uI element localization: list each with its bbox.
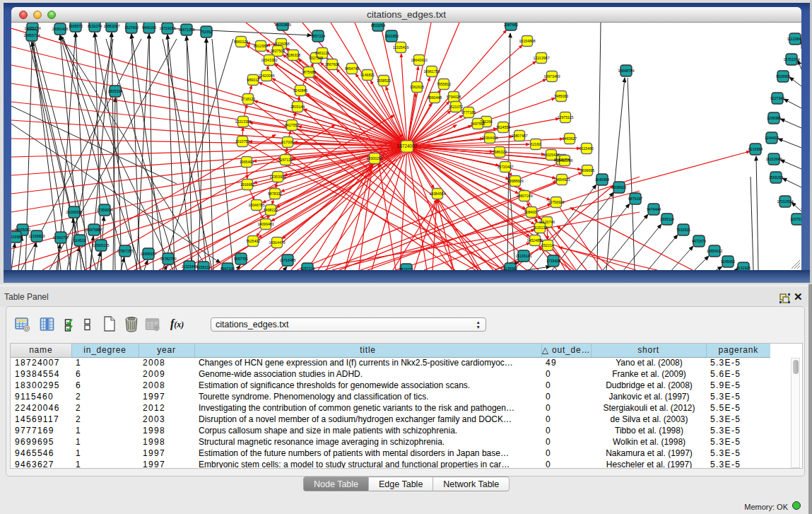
svg-text:12213369: 12213369	[235, 119, 251, 124]
svg-text:62160: 62160	[531, 142, 541, 146]
svg-text:16782759: 16782759	[160, 257, 176, 261]
svg-text:8471676: 8471676	[692, 239, 706, 243]
svg-text:3875685: 3875685	[302, 70, 316, 74]
svg-text:12342737: 12342737	[52, 235, 69, 240]
svg-text:17010504: 17010504	[777, 199, 793, 204]
svg-text:989012: 989012	[247, 78, 259, 82]
svg-text:18640910: 18640910	[411, 58, 427, 62]
svg-text:1921853: 1921853	[384, 34, 399, 38]
svg-text:6466160: 6466160	[142, 25, 156, 30]
svg-text:8813054: 8813054	[371, 23, 385, 28]
svg-text:10688609: 10688609	[507, 179, 523, 183]
svg-text:9245652: 9245652	[721, 259, 735, 264]
svg-text:7632621: 7632621	[676, 228, 690, 232]
svg-text:9329966: 9329966	[776, 74, 790, 78]
svg-text:9463627: 9463627	[563, 136, 577, 141]
svg-text:252214: 252214	[541, 243, 553, 247]
svg-text:9115460: 9115460	[579, 146, 594, 151]
svg-text:22420046: 22420046	[258, 74, 274, 78]
svg-text:9084007: 9084007	[524, 210, 539, 214]
svg-text:3624554: 3624554	[496, 125, 510, 129]
svg-text:16543382: 16543382	[261, 58, 277, 62]
svg-text:18724007: 18724007	[397, 144, 418, 148]
svg-text:9777169: 9777169	[461, 110, 476, 115]
svg-text:1615132: 1615132	[533, 226, 547, 230]
svg-text:8912954: 8912954	[254, 44, 268, 48]
svg-text:12975115: 12975115	[558, 115, 574, 119]
svg-text:16033809: 16033809	[274, 23, 290, 27]
svg-text:1558520: 1558520	[377, 78, 391, 83]
svg-text:7857224: 7857224	[311, 34, 325, 38]
svg-text:11120746: 11120746	[539, 220, 555, 224]
svg-text:16961758: 16961758	[423, 69, 440, 74]
svg-text:10958157: 10958157	[140, 252, 156, 256]
svg-text:8186328: 8186328	[286, 53, 300, 57]
svg-text:16914479: 16914479	[269, 240, 285, 245]
svg-text:8819271: 8819271	[399, 267, 413, 270]
svg-text:1362615: 1362615	[410, 85, 424, 89]
svg-text:2087682: 2087682	[504, 23, 518, 27]
svg-text:10973493: 10973493	[543, 74, 560, 78]
svg-text:917006: 917006	[281, 140, 293, 144]
svg-text:15226058: 15226058	[273, 42, 289, 46]
svg-text:9135582: 9135582	[503, 267, 517, 270]
svg-text:1244415: 1244415	[765, 136, 779, 140]
svg-text:1569293: 1569293	[769, 175, 783, 180]
svg-text:9657791: 9657791	[234, 257, 248, 261]
svg-text:16154808: 16154808	[519, 39, 535, 43]
svg-text:20364436: 20364436	[481, 136, 498, 140]
svg-text:9327505: 9327505	[309, 56, 323, 60]
svg-text:14099483: 14099483	[257, 222, 273, 226]
svg-text:12213967: 12213967	[533, 56, 549, 60]
svg-text:11123841: 11123841	[787, 37, 801, 41]
svg-text:1916682: 1916682	[240, 182, 254, 187]
svg-text:7955812: 7955812	[437, 82, 451, 86]
svg-text:14524851: 14524851	[526, 238, 543, 243]
svg-text:9699695: 9699695	[580, 168, 594, 173]
svg-text:8131074: 8131074	[88, 24, 102, 28]
svg-text:9474444: 9474444	[647, 207, 661, 211]
svg-text:11325419: 11325419	[393, 45, 409, 49]
svg-text:9146821: 9146821	[360, 73, 375, 77]
svg-text:15136141: 15136141	[515, 254, 531, 258]
svg-text:12156829: 12156829	[28, 234, 45, 238]
svg-text:114519: 114519	[74, 238, 86, 243]
svg-text:8938923: 8938923	[612, 185, 626, 189]
svg-text:1905572: 1905572	[69, 24, 83, 28]
svg-text:15751074: 15751074	[783, 57, 799, 62]
svg-text:2867608: 2867608	[325, 62, 339, 66]
svg-text:13353934: 13353934	[269, 175, 286, 179]
svg-text:751552: 751552	[200, 30, 212, 34]
svg-text:1257214: 1257214	[300, 267, 314, 270]
svg-text:3915584: 3915584	[11, 235, 23, 239]
svg-text:7625402: 7625402	[246, 239, 260, 243]
svg-text:8267130: 8267130	[278, 158, 293, 162]
svg-text:1527602: 1527602	[124, 25, 139, 30]
svg-text:12505135: 12505135	[93, 243, 109, 247]
svg-text:5498222: 5498222	[264, 208, 278, 212]
svg-text:1209385: 1209385	[767, 116, 781, 120]
svg-text:9227342: 9227342	[770, 96, 784, 100]
svg-text:17359934: 17359934	[96, 208, 112, 212]
svg-text:8667103: 8667103	[220, 267, 235, 270]
svg-text:14055724: 14055724	[24, 26, 40, 30]
svg-text:20206505: 20206505	[66, 210, 82, 214]
svg-text:19384554: 19384554	[429, 192, 445, 196]
svg-text:9242845: 9242845	[293, 88, 307, 93]
svg-text:10046785: 10046785	[248, 203, 264, 207]
svg-text:1167533: 1167533	[790, 217, 801, 221]
svg-text:1621072: 1621072	[449, 105, 463, 109]
svg-text:8454749: 8454749	[345, 66, 359, 71]
svg-text:19975887: 19975887	[86, 228, 102, 232]
svg-text:18495756: 18495756	[556, 158, 572, 163]
svg-text:8427552: 8427552	[285, 123, 299, 127]
svg-text:10654112: 10654112	[707, 249, 723, 253]
svg-text:8131925: 8131925	[736, 266, 751, 270]
svg-text:2803144: 2803144	[290, 105, 305, 109]
svg-text:1010755: 1010755	[235, 139, 249, 144]
svg-text:18807249: 18807249	[516, 194, 532, 198]
svg-text:17957255: 17957255	[117, 249, 133, 253]
svg-text:6879197: 6879197	[628, 197, 642, 201]
svg-text:5461123: 5461123	[315, 51, 329, 55]
svg-text:20091406: 20091406	[52, 27, 68, 31]
